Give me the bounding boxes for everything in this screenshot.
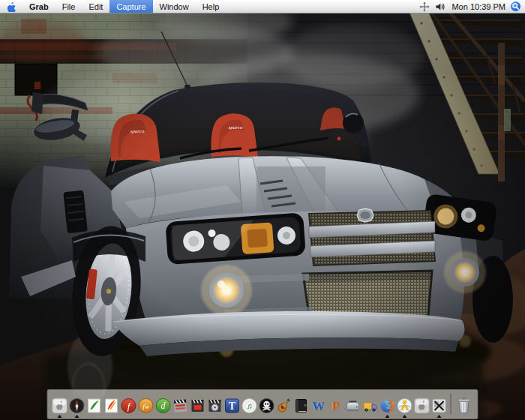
svg-text:W: W: [312, 399, 325, 413]
dock-icon-trash[interactable]: [454, 394, 474, 414]
svg-text:P: P: [332, 399, 340, 413]
dock-icon-aim-man[interactable]: [397, 398, 413, 414]
dock-icon-dreamweaver-d[interactable]: d: [155, 398, 172, 414]
dock-divider: [451, 394, 452, 414]
volume-icon[interactable]: [435, 2, 446, 12]
dock-icon-black-book[interactable]: [293, 398, 310, 414]
dock-icon-skull-crossbones[interactable]: [259, 398, 275, 414]
running-indicator: [58, 415, 62, 418]
dock: f fw d T ♫ WW: [47, 389, 478, 419]
svg-text:d: d: [161, 400, 166, 411]
menu-item-capture[interactable]: Capture: [110, 0, 152, 13]
running-indicator: [75, 415, 80, 418]
dock-icon-clapperboard-silver[interactable]: [172, 398, 189, 414]
dock-icon-apple-box-2[interactable]: [414, 398, 430, 414]
dock-icon-clapperboard-disc[interactable]: [207, 398, 224, 414]
dock-icon-music-cd[interactable]: ♫: [242, 398, 258, 414]
menu-item-file[interactable]: File: [56, 0, 82, 13]
apple-menu[interactable]: [0, 0, 22, 13]
dock-icon-truck[interactable]: [362, 398, 379, 414]
dock-icon-word-w[interactable]: WW: [310, 398, 327, 414]
dock-icon-powerpoint-p[interactable]: PP: [328, 398, 344, 414]
menu-item-app[interactable]: Grab: [22, 0, 56, 13]
dock-icon-guitar[interactable]: [276, 398, 292, 414]
menu-item-help[interactable]: Help: [196, 0, 226, 13]
menu-item-edit[interactable]: Edit: [82, 0, 110, 13]
dock-icon-flash-f[interactable]: f: [121, 398, 137, 414]
svg-text:♫: ♫: [246, 401, 252, 410]
dock-icon-document-red-feather[interactable]: [104, 398, 120, 414]
dock-icon-document-green-feather[interactable]: [86, 398, 103, 414]
wallpaper-scene: sparco sparco: [0, 13, 525, 420]
menu-item-window[interactable]: Window: [153, 0, 196, 13]
dock-icon-compass[interactable]: [69, 398, 86, 414]
dock-icon-crossed-x-app[interactable]: [431, 398, 448, 414]
running-indicator: [403, 415, 407, 418]
dock-icon-toaster[interactable]: [345, 398, 362, 414]
dock-icon-clapperboard-red[interactable]: [190, 398, 206, 414]
spotlight-icon[interactable]: [511, 2, 520, 11]
dock-icon-apple-box[interactable]: [52, 398, 68, 414]
apple-logo-icon: [7, 2, 16, 12]
dock-icon-blue-t[interactable]: T: [224, 398, 241, 414]
menu-bar: Grab File Edit Capture Window Help Mon 1…: [0, 0, 525, 14]
dock-icon-fireworks-fw[interactable]: fw: [138, 398, 154, 414]
vignette: [0, 13, 525, 420]
move-cross-icon[interactable]: [419, 2, 430, 12]
desktop-screen: Grab File Edit Capture Window Help Mon 1…: [0, 0, 525, 420]
running-indicator: [386, 415, 390, 418]
svg-text:T: T: [229, 400, 236, 412]
menu-clock[interactable]: Mon 10:39 PM: [452, 2, 506, 11]
svg-text:fw: fw: [142, 403, 149, 410]
dock-icon-firefox[interactable]: [380, 398, 396, 414]
running-indicator: [437, 415, 442, 418]
